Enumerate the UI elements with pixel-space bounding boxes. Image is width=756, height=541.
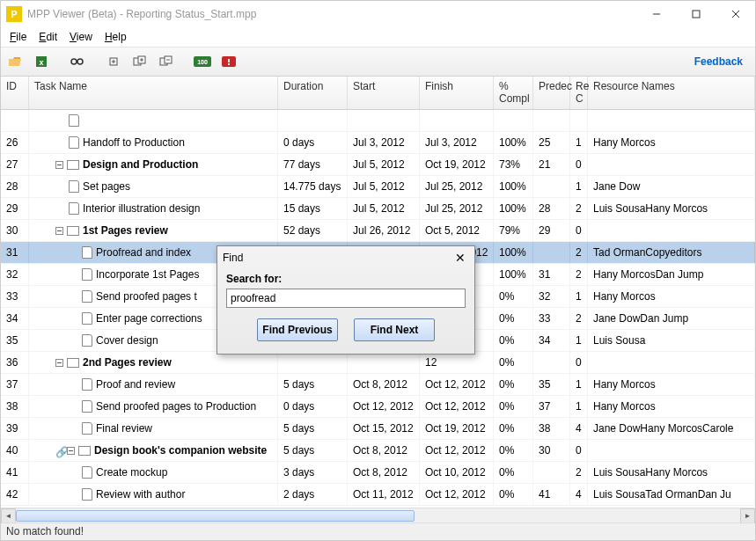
find-next-button[interactable]: Find Next — [354, 318, 435, 341]
cell-res — [588, 154, 755, 175]
col-duration[interactable]: Duration — [278, 77, 348, 109]
table-row[interactable]: 26Handoff to Production0 daysJul 3, 2012… — [1, 132, 755, 154]
col-predecessors[interactable]: Predec — [533, 77, 570, 109]
grid-header: ID Task Name Duration Start Finish % Com… — [1, 77, 755, 110]
close-button[interactable] — [716, 2, 755, 27]
menu-view[interactable]: View — [64, 29, 98, 45]
scroll-track[interactable] — [16, 508, 740, 523]
table-row[interactable]: 27Design and Production77 daysJul 5, 201… — [1, 154, 755, 176]
open-icon[interactable] — [6, 53, 24, 70]
cell-res: Hany Morcos — [588, 396, 755, 417]
col-resource-names[interactable]: Resource Names — [588, 77, 755, 109]
cell-rec: 1 — [570, 132, 588, 153]
dialog-titlebar[interactable]: Find ✕ — [217, 246, 474, 269]
maximize-button[interactable] — [676, 2, 716, 27]
expander-icon[interactable] — [55, 161, 63, 169]
task-name-text: Set pages — [83, 180, 130, 193]
cell-rec: 1 — [570, 176, 588, 197]
cell-task: Design and Production — [29, 154, 278, 175]
cell-duration: 77 days — [278, 154, 348, 175]
table-row[interactable]: 28Set pages14.775 daysJul 5, 2012Jul 25,… — [1, 176, 755, 198]
col-id[interactable]: ID — [1, 77, 29, 109]
scroll-right-icon[interactable]: ► — [740, 508, 755, 523]
menu-file[interactable]: File — [4, 29, 32, 45]
feedback-link[interactable]: Feedback — [694, 55, 750, 68]
title-bar: P MPP Viewer (Beta) - Reporting Status_S… — [1, 1, 755, 27]
cell-pred: 28 — [533, 198, 570, 219]
cell-pred: 30 — [533, 440, 570, 461]
table-row[interactable]: 362nd Pages review120%0 — [1, 352, 755, 374]
document-icon — [82, 268, 92, 281]
table-row[interactable]: 29Interior illustration design15 daysJul… — [1, 198, 755, 220]
cell-pct: 100% — [494, 176, 533, 197]
cell-finish: Oct 5, 2012 — [420, 220, 494, 241]
cell-rec: 2 — [570, 462, 588, 483]
menu-help[interactable]: Help — [99, 29, 132, 45]
search-input[interactable] — [226, 289, 466, 308]
expand-icon[interactable] — [105, 53, 122, 70]
table-row[interactable]: 41Create mockup3 daysOct 8, 2012Oct 10, … — [1, 462, 755, 484]
col-pct-complete[interactable]: % Compl — [494, 77, 533, 109]
expander-icon[interactable] — [55, 227, 63, 235]
table-row[interactable]: 40🔗Design book's companion website5 days… — [1, 440, 755, 462]
cell-res: Luis SousaHany Morcos — [588, 198, 755, 219]
cell-start: Jul 26, 2012 — [348, 220, 420, 241]
horizontal-scrollbar[interactable]: ◄ ► — [1, 508, 755, 523]
cell-start: Oct 15, 2012 — [348, 418, 420, 439]
table-row[interactable]: 42Review with author2 daysOct 11, 2012Oc… — [1, 484, 755, 506]
cell-id: 37 — [1, 374, 29, 395]
copy-expand-icon[interactable] — [131, 53, 149, 70]
task-name-text: Design book's companion website — [94, 444, 267, 457]
cell-pct: 100% — [494, 242, 533, 263]
find-previous-button[interactable]: Find Previous — [257, 318, 338, 341]
expander-icon[interactable] — [55, 359, 63, 367]
collapse-icon[interactable] — [158, 53, 175, 70]
grid-row-blank[interactable] — [1, 110, 755, 132]
table-row[interactable]: 301st Pages review52 daysJul 26, 2012Oct… — [1, 220, 755, 242]
cell-task: 🔗Design book's companion website — [29, 440, 278, 461]
cell-pct: 100% — [494, 132, 533, 153]
minimize-button[interactable] — [636, 2, 676, 27]
task-name-text: 1st Pages review — [83, 224, 168, 237]
task-name-text: Proofread and index — [96, 246, 191, 259]
scroll-thumb[interactable] — [16, 510, 415, 522]
expander-icon[interactable] — [67, 447, 75, 455]
cell-id: 42 — [1, 484, 29, 505]
cell-duration: 5 days — [278, 418, 348, 439]
col-finish[interactable]: Finish — [420, 77, 494, 109]
document-icon — [82, 422, 92, 435]
cell-task: Review with author — [29, 484, 278, 505]
cell-id: 26 — [1, 132, 29, 153]
col-task-name[interactable]: Task Name — [29, 77, 278, 109]
cell-duration: 0 days — [278, 132, 348, 153]
table-row[interactable]: 38Send proofed pages to Production0 days… — [1, 396, 755, 418]
cell-finish: Jul 25, 2012 — [420, 198, 494, 219]
task-name-text: Send proofed pages to Production — [96, 400, 256, 413]
find-icon[interactable] — [69, 53, 86, 70]
badge-red-icon[interactable] — [220, 53, 238, 70]
cell-start: Jul 5, 2012 — [348, 154, 420, 175]
cell-rec: 0 — [570, 440, 588, 461]
cell-res: Jane Dow — [588, 176, 755, 197]
scroll-left-icon[interactable]: ◄ — [1, 508, 16, 523]
export-excel-icon[interactable]: x — [33, 53, 50, 70]
cell-pred — [533, 242, 570, 263]
cell-res: Hany Morcos — [588, 374, 755, 395]
badge-100-icon[interactable]: 100 — [194, 53, 211, 70]
menu-edit[interactable]: Edit — [33, 29, 62, 45]
table-row[interactable]: 39Final review5 daysOct 15, 2012Oct 19, … — [1, 418, 755, 440]
table-row[interactable]: 37Proof and review5 daysOct 8, 2012Oct 1… — [1, 374, 755, 396]
dialog-close-icon[interactable]: ✕ — [451, 249, 469, 267]
cell-res: Jane DowHany MorcosCarole — [588, 418, 755, 439]
search-label: Search for: — [226, 273, 466, 285]
cell-rec: 2 — [570, 198, 588, 219]
col-start[interactable]: Start — [348, 77, 420, 109]
cell-start: Jul 3, 2012 — [348, 132, 420, 153]
folder-icon — [67, 226, 79, 236]
col-resource-count[interactable]: Re C — [570, 77, 588, 109]
status-bar: No match found! — [1, 523, 755, 540]
document-icon — [69, 180, 79, 193]
cell-id: 38 — [1, 396, 29, 417]
task-name-text: 2nd Pages review — [83, 356, 172, 369]
cell-rec: 0 — [570, 220, 588, 241]
